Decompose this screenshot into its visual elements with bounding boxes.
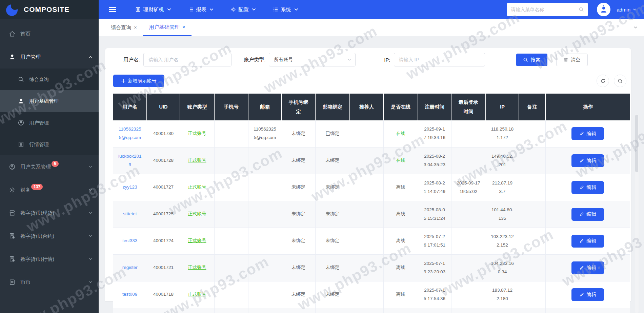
sidebar-item-user-management-sub[interactable]: 用户管理 (0, 112, 99, 134)
add-demo-account-button[interactable]: 新增演示账号 (113, 75, 164, 87)
close-tab-icon[interactable]: × (134, 19, 137, 36)
table-cell-username: test333 (113, 228, 147, 254)
chevron-down-icon (88, 211, 93, 215)
edit-button[interactable]: 编辑 (571, 154, 604, 167)
table-cell-uid: 40001728 (147, 147, 180, 174)
scrollbar-thumb[interactable] (635, 115, 638, 172)
nav-item-config[interactable]: 配置 (224, 0, 263, 19)
sidebar-item-crypto-contract[interactable]: 数字货币(合约) (0, 224, 99, 248)
nav-item-reports[interactable]: 报表 (181, 0, 221, 19)
edit-button[interactable]: 编辑 (571, 261, 604, 274)
sidebar-item-finance[interactable]: 财务 137 (0, 178, 99, 201)
table-cell-last_login: 2025-07-1 (451, 308, 486, 313)
user-circle-icon (9, 163, 16, 170)
chevron-down-icon (209, 7, 214, 12)
table-cell-referrer (350, 201, 383, 228)
account-type-value: 正式账号 (188, 184, 206, 190)
ip-filter-input[interactable] (394, 53, 485, 66)
plus-icon (121, 79, 126, 83)
user-table: 用户名UID账户类型手机号邮箱手机号绑定邮箱绑定推荐人是否在线注册时间最后登录时… (113, 94, 630, 313)
username-link[interactable]: test333 (122, 238, 137, 243)
table-cell-reg_time: 2025-08-05 15:31:24 (418, 201, 451, 228)
username-link[interactable]: luckbox2019 (118, 154, 141, 167)
username-label: admin (617, 7, 630, 13)
table-cell-phone_bind (282, 308, 315, 313)
table-cell-type: 正式账号 (180, 254, 214, 281)
table-cell-phone_bind: 未绑定 (282, 174, 315, 201)
chevron-down-icon (166, 7, 172, 12)
user-avatar[interactable] (597, 3, 610, 16)
sidebar-item-user-basic-management[interactable]: 用户基础管理 (0, 90, 99, 112)
add-demo-account-label: 新增演示账号 (128, 78, 157, 84)
table-cell-username: register (113, 254, 147, 281)
close-tab-icon[interactable]: × (182, 19, 185, 36)
chevron-down-icon (632, 7, 637, 12)
tab-composite-query[interactable]: 综合查询 × (105, 19, 143, 36)
username-link[interactable]: stttetet (123, 211, 137, 216)
table-cell-email (248, 308, 282, 313)
table-cell-uid: 40001721 (147, 254, 180, 281)
trash-icon (563, 57, 568, 62)
edit-button[interactable]: 编辑 (571, 235, 604, 248)
search-button[interactable]: 搜索 (516, 54, 547, 66)
refresh-button[interactable] (597, 75, 609, 87)
sidebar-item-composite-query[interactable]: 综合查询 (0, 69, 99, 90)
table-cell-action: 编辑 (545, 174, 630, 201)
username-link[interactable]: 1105623255@qq.com (119, 126, 141, 140)
sidebar-item-coin-coin[interactable]: 币币 (0, 271, 99, 294)
sidebar-item-label: 数字货币(现货) (20, 210, 54, 216)
tab-user-basic-management[interactable]: 用户基础管理 × (143, 19, 192, 36)
table-cell-referrer (350, 120, 383, 147)
search-icon (523, 57, 528, 62)
table-cell-ip: 101.44.80.135 (486, 201, 519, 228)
table-cell-email_bind: 已绑定 (315, 120, 350, 147)
column-header: 注册时间 (418, 94, 451, 120)
username-link[interactable]: register (122, 265, 138, 270)
tab-list-dropdown[interactable] (633, 19, 638, 36)
search-icon[interactable] (579, 7, 584, 12)
column-header: IP (486, 94, 519, 120)
table-cell-phone_bind: 未绑定 (282, 201, 315, 228)
sidebar-item-user-relations[interactable]: 用户关系管理 5 (0, 155, 99, 178)
table-cell-email (248, 147, 282, 174)
table-cell-last_login: 2025-09-17 19:55:02 (451, 174, 486, 201)
vertical-scrollbar[interactable] (635, 114, 639, 313)
edit-button-label: 编辑 (586, 184, 596, 191)
edit-button[interactable]: 编辑 (571, 288, 604, 301)
menu-search-box (507, 3, 588, 16)
sidebar-item-label: 用户基础管理 (29, 98, 59, 104)
column-header: 操作 (545, 94, 630, 120)
username-filter-input[interactable] (143, 53, 232, 66)
edit-button[interactable]: 编辑 (571, 181, 604, 194)
edit-button[interactable]: 编辑 (571, 208, 604, 221)
sidebar-item-market-management[interactable]: 行情管理 (0, 134, 99, 155)
table-cell-action: 编辑 (545, 281, 630, 308)
account-type-value: 正式账号 (188, 158, 206, 163)
account-type-select[interactable]: 所有账号 (269, 53, 356, 66)
chevron-down-icon (88, 257, 93, 261)
sidebar-item-home[interactable]: 首页 (0, 22, 99, 45)
column-header: 账户类型 (180, 94, 214, 120)
clear-button-label: 清空 (571, 57, 581, 63)
table-cell-uid: 40001718 (147, 281, 180, 308)
username-link[interactable]: zyy123 (123, 184, 137, 190)
hamburger-menu-icon[interactable] (109, 7, 116, 12)
clear-button[interactable]: 清空 (556, 54, 588, 66)
table-cell-phone_bind: 未绑定 (282, 147, 315, 174)
sidebar-submenu: 综合查询 用户基础管理 用户管理 行情管理 (0, 69, 99, 155)
table-cell-phone (214, 308, 248, 313)
sidebar-item-crypto-spot[interactable]: 数字货币(现货) (0, 201, 99, 224)
user-menu[interactable]: admin (617, 7, 637, 13)
column-search-button[interactable] (614, 75, 626, 87)
nav-item-wealth-mining[interactable]: 理财矿机 (128, 0, 179, 19)
notification-badge: 137 (31, 184, 43, 190)
table-cell-online: 离线 (383, 201, 418, 228)
menu-search-input[interactable] (511, 7, 576, 12)
sidebar-item-crypto-market[interactable]: 数字货币(行情) (0, 248, 99, 271)
edit-button[interactable]: 编辑 (571, 127, 604, 140)
username-link[interactable]: test009 (122, 292, 137, 297)
nav-item-system[interactable]: 系统 (266, 0, 306, 19)
edit-button-label: 编辑 (586, 238, 596, 244)
table-cell-email (248, 174, 282, 201)
sidebar-item-user-management[interactable]: 用户管理 (0, 45, 99, 69)
